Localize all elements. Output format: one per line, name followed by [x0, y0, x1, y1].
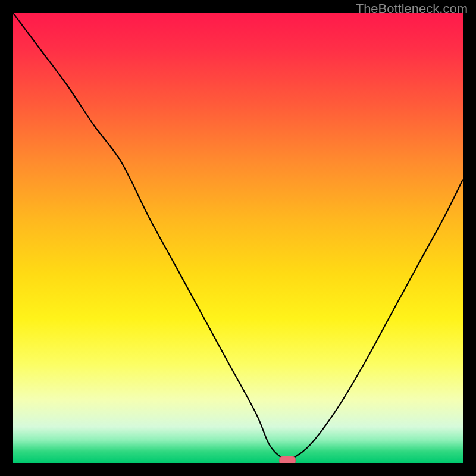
optimal-point-marker — [279, 456, 296, 463]
bottleneck-curve-line — [13, 13, 463, 463]
curve-path — [13, 13, 463, 460]
plot-area — [13, 13, 463, 463]
chart-frame: TheBottleneck.com — [0, 0, 476, 476]
watermark-text: TheBottleneck.com — [356, 1, 468, 17]
